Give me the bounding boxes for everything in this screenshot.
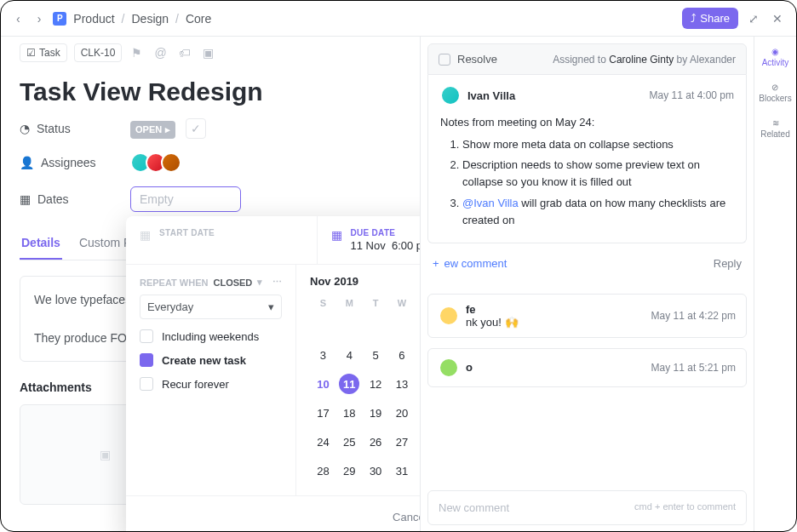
chevron-down-icon[interactable]: ▾ xyxy=(257,277,262,288)
calendar-day[interactable]: 25 xyxy=(339,432,359,452)
status-badge[interactable]: OPEN▸ xyxy=(130,121,175,139)
sidebar-activity[interactable]: ◉Activity xyxy=(762,47,789,67)
date-popover: ▦ START DATE ▦ DUE DATE 11 Nov 6:00 pm ✕… xyxy=(126,216,420,532)
breadcrumb-space[interactable]: Design xyxy=(131,12,169,26)
calendar-month: Nov 2019 xyxy=(310,275,358,288)
nav-back-icon[interactable]: ‹ xyxy=(11,10,26,27)
status-label: ◔Status xyxy=(20,122,130,135)
comment-time: May 11 at 4:00 pm xyxy=(650,89,734,101)
option-weekends[interactable]: Including weekends xyxy=(140,329,282,343)
avatar[interactable] xyxy=(439,306,459,326)
calendar-day[interactable]: 29 xyxy=(339,460,359,481)
reply-link[interactable]: Reply xyxy=(714,257,742,270)
assignees-avatars[interactable] xyxy=(130,152,401,173)
task-id-chip[interactable]: CLK-10 xyxy=(74,43,123,62)
option-recur-forever[interactable]: Recur forever xyxy=(140,377,282,391)
comment-card: o May 11 at 5:21 pm xyxy=(427,348,747,387)
topbar: ‹ › P Product / Design / Core ⤴Share ⤢ ✕ xyxy=(1,1,796,37)
close-icon[interactable]: ✕ xyxy=(769,9,786,29)
user-mention[interactable]: @Ivan Villa xyxy=(462,197,519,209)
calendar-day[interactable]: 6 xyxy=(392,345,412,365)
frequency-select[interactable]: Everyday▾ xyxy=(140,295,282,319)
sidebar-related[interactable]: ≋Related xyxy=(760,118,789,139)
task-panel: ☑ Task CLK-10 ⚑ @ 🏷 ▣ Task View Redesign… xyxy=(1,37,420,532)
mention-icon[interactable]: @ xyxy=(152,43,169,62)
comment-thread: Ivan Villa May 11 at 4:00 pm Notes from … xyxy=(427,75,747,243)
comment-input[interactable]: New comment cmd + enter to comment xyxy=(427,490,747,525)
breadcrumb-workspace[interactable]: Product xyxy=(73,12,114,26)
comments-panel: Resolve Assigned to Caroline Ginty by Al… xyxy=(420,37,754,532)
calendar-day[interactable]: 30 xyxy=(365,460,386,481)
flag-icon[interactable]: ⚑ xyxy=(129,43,145,62)
avatar[interactable] xyxy=(440,85,461,106)
calendar-day[interactable]: 13 xyxy=(392,374,412,394)
dates-input[interactable]: Empty xyxy=(130,186,241,212)
calendar-day[interactable]: 12 xyxy=(365,374,386,394)
calendar-day[interactable]: 31 xyxy=(392,460,412,481)
nav-forward-icon[interactable]: › xyxy=(32,10,47,27)
right-sidebar: ◉Activity ⊘Blockers ≋Related xyxy=(754,37,796,532)
status-icon: ◔ xyxy=(20,122,30,135)
due-date-section[interactable]: ▦ DUE DATE 11 Nov 6:00 pm ✕ xyxy=(317,216,421,264)
workspace-icon[interactable]: P xyxy=(53,12,66,26)
resolve-checkbox[interactable] xyxy=(439,54,450,66)
calendar-day[interactable]: 7 xyxy=(418,345,420,365)
blockers-icon: ⊘ xyxy=(771,83,778,92)
calendar-day[interactable]: 20 xyxy=(392,403,412,423)
calendar-day[interactable]: 5 xyxy=(365,345,386,365)
minimize-icon[interactable]: ⤢ xyxy=(745,9,762,29)
calendar-day[interactable]: 19 xyxy=(365,403,386,423)
calendar-icon: ▦ xyxy=(20,192,31,206)
sidebar-blockers[interactable]: ⊘Blockers xyxy=(759,83,791,103)
share-button[interactable]: ⤴Share xyxy=(682,8,738,29)
calendar-day[interactable]: 28 xyxy=(418,432,420,452)
calendar-day[interactable]: 10 xyxy=(312,374,333,394)
person-icon: 👤 xyxy=(20,156,34,169)
calendar-day[interactable]: 17 xyxy=(312,403,333,423)
calendar-day[interactable]: 3 xyxy=(312,345,333,365)
calendar-day[interactable]: 11 xyxy=(339,374,359,394)
chevron-down-icon: ▾ xyxy=(268,300,274,313)
image-icon: ▣ xyxy=(100,448,111,461)
calendar-day[interactable]: 18 xyxy=(339,403,359,423)
assignees-label: 👤Assignees xyxy=(20,156,130,169)
dates-label: ▦Dates xyxy=(20,192,130,206)
tag-icon[interactable]: 🏷 xyxy=(176,43,193,62)
image-icon[interactable]: ▣ xyxy=(200,43,216,62)
new-comment-link[interactable]: + ew comment xyxy=(433,257,507,270)
calendar-icon: ▦ xyxy=(140,228,151,242)
more-icon[interactable]: ⋯ xyxy=(272,277,282,288)
calendar-day[interactable]: 21 xyxy=(418,403,420,423)
task-title[interactable]: Task View Redesign xyxy=(20,77,401,106)
share-icon: ⤴ xyxy=(691,12,697,25)
calendar-day[interactable]: 26 xyxy=(365,432,386,452)
complete-checkbox[interactable]: ✓ xyxy=(186,118,206,139)
calendar-grid: SMTWTFS123456789101112131415161718192021… xyxy=(310,295,420,485)
avatar[interactable] xyxy=(439,358,459,378)
activity-icon: ◉ xyxy=(771,47,779,56)
related-icon: ≋ xyxy=(772,118,779,128)
cancel-button[interactable]: Cancel xyxy=(381,505,420,529)
comment-card: fenk you! 🙌 May 11 at 4:22 pm xyxy=(427,294,747,338)
calendar-day[interactable]: 28 xyxy=(312,460,333,481)
start-date-section[interactable]: ▦ START DATE xyxy=(126,216,317,264)
resolve-bar: Resolve Assigned to Caroline Ginty by Al… xyxy=(427,43,747,75)
task-type-chip[interactable]: ☑ Task xyxy=(20,43,67,62)
option-create-task[interactable]: Create new task xyxy=(140,353,282,367)
breadcrumb-list[interactable]: Core xyxy=(186,12,211,26)
calendar-day[interactable]: 4 xyxy=(339,345,359,365)
tab-details[interactable]: Details xyxy=(20,227,62,260)
calendar-day[interactable]: 14 xyxy=(418,374,420,394)
calendar-day[interactable]: 27 xyxy=(392,432,412,452)
calendar-day[interactable]: 24 xyxy=(312,432,333,452)
calendar-icon: ▦ xyxy=(331,228,342,242)
comment-author: Ivan Villa xyxy=(467,89,515,102)
avatar[interactable] xyxy=(161,152,181,173)
